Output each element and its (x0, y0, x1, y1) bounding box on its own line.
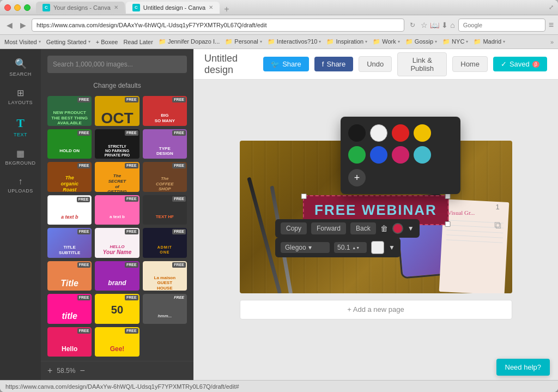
browser-search-input[interactable] (458, 19, 545, 32)
new-tab-button[interactable]: + (221, 5, 232, 14)
color-swatch-white[interactable] (370, 124, 387, 142)
bookmark-most-visited[interactable]: Most Visited ▾ (4, 39, 41, 45)
color-swatch-blue[interactable] (370, 146, 387, 164)
color-picker-popup: + (341, 117, 460, 194)
star-icon[interactable]: ☆ (421, 21, 428, 29)
text-element-content: FREE WEBINAR (314, 202, 437, 218)
color-swatch-red[interactable] (392, 124, 409, 142)
saved-button[interactable]: ✓ Saved β (493, 57, 547, 71)
font-selector[interactable]: Glegoo ▾ (281, 242, 330, 253)
color-swatch-green[interactable] (348, 146, 366, 164)
close-button[interactable] (4, 4, 11, 11)
bookmark-interactivos[interactable]: 📁 Interactivos?10 ▾ (268, 38, 322, 45)
facebook-share-button[interactable]: f Share (314, 57, 353, 71)
delete-icon[interactable]: 🗑 (380, 224, 388, 233)
size-selector[interactable]: 50.1 ▲▼ (334, 242, 367, 253)
forward-button[interactable]: Forward (311, 222, 346, 234)
sidebar-item-text[interactable]: T TEXT (2, 112, 39, 142)
template-item-19[interactable]: title FREE (47, 294, 92, 324)
template-item-23[interactable]: Gee! FREE (95, 327, 139, 357)
text-icon: T (16, 116, 25, 130)
sidebar-item-uploads[interactable]: ↑ UPLOADS (2, 172, 39, 198)
template-item-3[interactable]: BIGSO MANY FREE (143, 96, 187, 126)
bookmark-gossip[interactable]: 📁 Gossip ▾ (405, 38, 437, 45)
zoom-minus-button[interactable]: − (80, 366, 84, 376)
bookmark-icon[interactable]: 📖 (430, 21, 439, 29)
handle-top-left[interactable] (301, 194, 306, 199)
bookmark-getting-started[interactable]: Getting Started ▾ (46, 39, 90, 45)
text-color-dropdown-icon[interactable]: ▼ (389, 244, 395, 251)
bookmark-nyc[interactable]: 📁 NYC ▾ (442, 38, 468, 45)
add-page-button[interactable]: + Add a new page (240, 300, 512, 319)
bookmark-inspiration[interactable]: 📁 Inspiration ▾ (326, 38, 367, 45)
help-button[interactable]: Need help? (496, 359, 550, 376)
template-item-11[interactable]: a text b FREE (95, 195, 139, 225)
undo-button[interactable]: Undo (359, 56, 392, 72)
sidebar-item-search[interactable]: 🔍 SEARCH (2, 53, 39, 81)
sidebar-item-layouts[interactable]: ⊞ LAYOUTS (2, 83, 39, 110)
template-item-22[interactable]: Hello FREE (47, 327, 92, 357)
template-item-20[interactable]: 50POSTAGE STAMP FREE (95, 294, 139, 324)
handle-top-right[interactable] (445, 194, 451, 199)
bookmark-jennifer[interactable]: 📁 Jennifer Dopazo I... (159, 38, 220, 45)
copy-button[interactable]: Copy (281, 222, 307, 234)
template-item-16[interactable]: Title FREE (47, 261, 92, 291)
color-swatch-yellow[interactable] (414, 124, 431, 142)
template-item-8[interactable]: TheSECRETofGETTING FREE (95, 162, 139, 192)
template-item-21[interactable]: hmm... FREE (143, 294, 187, 324)
bookmark-work[interactable]: 📁 Work ▾ (373, 38, 400, 45)
zoom-plus-button[interactable]: + (47, 366, 52, 376)
app-layout: 🔍 SEARCH ⊞ LAYOUTS T TEXT ▦ BKGROUND ↑ U… (0, 49, 558, 380)
template-item-6[interactable]: TYPEDESIGN FREE (143, 129, 187, 159)
color-dropdown-icon[interactable]: ▼ (408, 225, 414, 232)
text-color-selector[interactable] (371, 241, 384, 254)
template-item-7[interactable]: TheorganicRoast FREE (47, 162, 92, 192)
template-item-12[interactable]: TEXT HF FREE (143, 195, 187, 225)
color-swatch-teal[interactable] (414, 146, 431, 164)
handle-bottom-right[interactable] (445, 221, 451, 227)
menu-icon[interactable]: ≡ (549, 20, 554, 30)
tab-close-1[interactable]: ✕ (114, 4, 118, 10)
canvas-wrapper[interactable]: + Copy Forward Back 🗑 ▼ Glegoo ▾ (193, 80, 558, 380)
sidebar-item-background[interactable]: ▦ BKGROUND (2, 144, 39, 170)
template-item-18[interactable]: La maisonGUESTHOUSE FREE (143, 261, 187, 291)
sidebar-label-layouts: LAYOUTS (8, 100, 33, 105)
link-publish-button[interactable]: Link & Publish (397, 52, 447, 76)
bookmark-boxee[interactable]: + Boxee (96, 39, 118, 45)
text-color-swatch[interactable] (392, 223, 403, 234)
refresh-button[interactable]: ↻ (408, 20, 417, 30)
tab-close-2[interactable]: ✕ (209, 4, 213, 10)
maximize-button[interactable] (24, 4, 31, 11)
twitter-share-button[interactable]: 🐦 Share (263, 57, 309, 71)
template-search-input[interactable] (47, 56, 187, 73)
bookmark-madrid[interactable]: 📁 Madrid ▾ (474, 38, 505, 45)
template-item-13[interactable]: TITLESUBTITLE FREE (47, 228, 92, 258)
template-item-17[interactable]: brand FREE (95, 261, 139, 291)
copy-page-icon[interactable]: ⧉ (494, 220, 501, 231)
template-item-9[interactable]: TheCOFFEESHOP FREE (143, 162, 187, 192)
address-input[interactable] (32, 19, 404, 32)
back-button[interactable]: ◀ (4, 20, 15, 31)
tab-untitled-design[interactable]: C Untitled design - Canva ✕ (126, 2, 220, 14)
more-bookmarks-icon[interactable]: » (550, 39, 554, 45)
template-item-1[interactable]: NEW PRODUCTTHE BEST THINGAVAILABLE FREE (47, 96, 92, 126)
template-item-2[interactable]: OCT FREE (95, 96, 139, 126)
bookmark-read-later[interactable]: Read Later (123, 39, 153, 45)
template-item-4[interactable]: HOLD ON FREE (47, 129, 92, 159)
bookmark-personal[interactable]: 📁 Personal ▾ (225, 38, 262, 45)
template-item-14[interactable]: HELLOYour Name FREE (95, 228, 139, 258)
forward-button[interactable]: ▶ (18, 20, 28, 31)
template-item-15[interactable]: ADMITONE FREE (143, 228, 187, 258)
tab-your-designs[interactable]: C Your designs - Canva ✕ (36, 2, 125, 14)
download-icon[interactable]: ⬇ (441, 21, 448, 29)
template-item-5[interactable]: STRICTLYNO PARKINGPRIVATE PRO FREE (95, 129, 139, 159)
template-item-10[interactable]: a text b FREE (47, 195, 92, 225)
home-button[interactable]: Home (452, 56, 488, 72)
minimize-button[interactable] (14, 4, 21, 11)
add-color-button[interactable]: + (348, 169, 366, 186)
color-swatch-black[interactable] (348, 124, 366, 142)
change-defaults-button[interactable]: Change defaults (41, 80, 193, 92)
back-button[interactable]: Back (350, 222, 376, 234)
color-swatch-pink[interactable] (392, 146, 409, 164)
home-icon[interactable]: ⌂ (450, 21, 454, 29)
